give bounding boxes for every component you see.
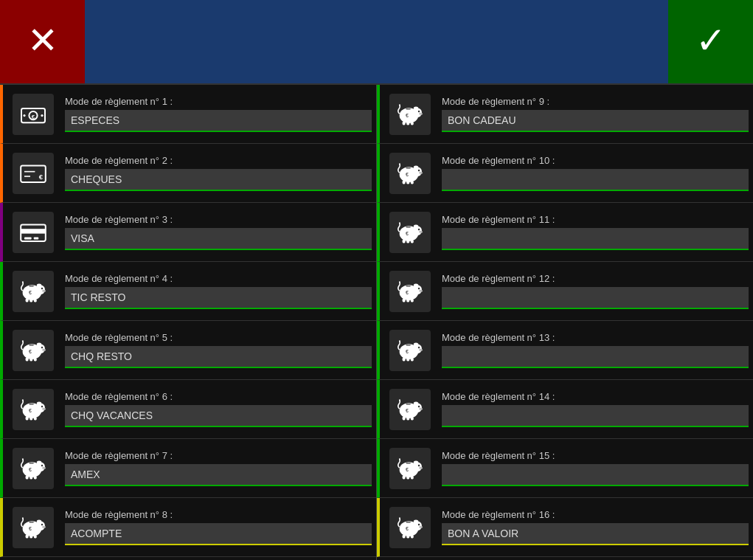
svg-rect-20 [29,286,33,287]
svg-rect-129 [403,357,406,361]
svg-point-52 [41,464,43,466]
svg-point-100 [418,228,420,229]
field-input-11[interactable] [442,228,749,250]
field-input-8[interactable] [65,523,372,545]
svg-rect-155 [411,476,414,479]
payment-mode-row-12: € Mode de règlement n° 12 : [377,262,753,321]
field-area-1: Mode de règlement n° 1 : [59,96,372,132]
field-input-6[interactable] [65,405,372,427]
svg-text:€: € [406,289,409,296]
field-area-10: Mode de règlement n° 10 : [436,155,749,191]
svg-text:€: € [406,171,409,178]
abandon-button[interactable]: ✕ [0,0,85,83]
field-input-1[interactable] [65,110,372,132]
svg-rect-142 [406,417,409,420]
svg-rect-80 [406,108,410,110]
field-input-16[interactable] [442,523,749,545]
left-column: € Mode de règlement n° 1 : € Mode de règ… [0,85,377,560]
svg-point-78 [420,113,420,114]
field-label-7: Mode de règlement n° 7 : [65,450,372,461]
field-label-1: Mode de règlement n° 1 : [65,96,372,107]
field-label-8: Mode de règlement n° 8 : [65,509,372,520]
field-input-3[interactable] [65,228,372,250]
right-column: € Mode de règlement n° 9 : € Mode de règ… [377,85,753,560]
field-input-13[interactable] [442,346,749,368]
svg-rect-116 [406,286,410,287]
svg-point-139 [421,408,422,409]
payment-mode-row-4: € Mode de règlement n° 4 : [0,262,376,321]
svg-point-51 [37,460,41,464]
svg-rect-105 [403,239,406,243]
svg-point-19 [44,290,45,291]
svg-point-87 [414,165,418,169]
svg-rect-68 [29,522,33,523]
field-label-9: Mode de règlement n° 9 : [442,96,749,107]
svg-point-40 [41,405,43,407]
field-input-7[interactable] [65,464,372,486]
svg-rect-167 [411,535,414,538]
field-input-10[interactable] [442,169,749,191]
svg-point-64 [41,523,43,525]
svg-text:€: € [406,525,409,532]
mode-icon-15: € [384,448,436,489]
field-area-16: Mode de règlement n° 16 : [436,509,749,545]
field-label-4: Mode de règlement n° 4 : [65,273,372,284]
svg-point-55 [44,467,45,468]
svg-rect-56 [29,463,33,464]
field-area-12: Mode de règlement n° 12 : [436,273,749,309]
svg-text:€: € [406,112,409,119]
field-input-5[interactable] [65,346,372,368]
payment-mode-row-5: € Mode de règlement n° 5 : [0,321,376,380]
field-label-2: Mode de règlement n° 2 : [65,155,372,166]
svg-point-124 [418,346,420,348]
field-area-7: Mode de règlement n° 7 : [59,450,372,486]
svg-point-99 [414,224,418,228]
svg-text:€: € [406,348,409,355]
svg-rect-93 [403,180,406,184]
svg-rect-153 [403,475,406,479]
field-input-14[interactable] [442,405,749,427]
payment-mode-row-11: € Mode de règlement n° 11 : [377,203,753,262]
field-area-2: Mode de règlement n° 2 : [59,155,372,191]
mode-icon-4: € [7,271,59,312]
field-input-9[interactable] [442,110,749,132]
field-area-4: Mode de règlement n° 4 : [59,273,372,309]
svg-point-65 [42,525,46,528]
svg-rect-165 [403,534,406,538]
svg-text:€: € [406,230,409,237]
field-label-13: Mode de règlement n° 13 : [442,332,749,343]
svg-point-90 [420,172,420,173]
svg-point-42 [43,408,44,409]
svg-point-29 [42,348,46,350]
svg-point-160 [418,523,420,525]
svg-rect-70 [30,535,32,538]
field-input-2[interactable] [65,169,372,191]
svg-point-53 [42,466,46,469]
payment-mode-row-13: € Mode de règlement n° 13 : [377,321,753,380]
svg-rect-94 [406,181,409,184]
svg-rect-71 [34,535,37,538]
svg-text:€: € [39,173,44,181]
svg-point-149 [419,466,423,469]
svg-point-89 [419,171,423,173]
field-label-10: Mode de règlement n° 10 : [442,155,749,166]
svg-rect-131 [411,358,414,361]
mode-icon-14: € [384,389,436,430]
svg-point-39 [37,401,41,405]
svg-point-136 [418,405,420,407]
svg-point-113 [419,289,423,291]
field-input-12[interactable] [442,287,749,309]
svg-point-126 [420,349,420,350]
field-input-15[interactable] [442,464,749,486]
field-input-4[interactable] [65,287,372,309]
svg-point-115 [421,290,422,291]
svg-rect-44 [29,404,33,405]
svg-point-135 [414,401,418,405]
svg-point-162 [420,526,420,527]
field-label-3: Mode de règlement n° 3 : [65,214,372,225]
svg-point-147 [414,460,418,464]
ok-button[interactable]: ✓ [668,0,753,83]
svg-point-28 [41,346,43,348]
mode-icon-12: € [384,271,436,312]
payment-mode-row-2: € Mode de règlement n° 2 : [0,144,376,203]
